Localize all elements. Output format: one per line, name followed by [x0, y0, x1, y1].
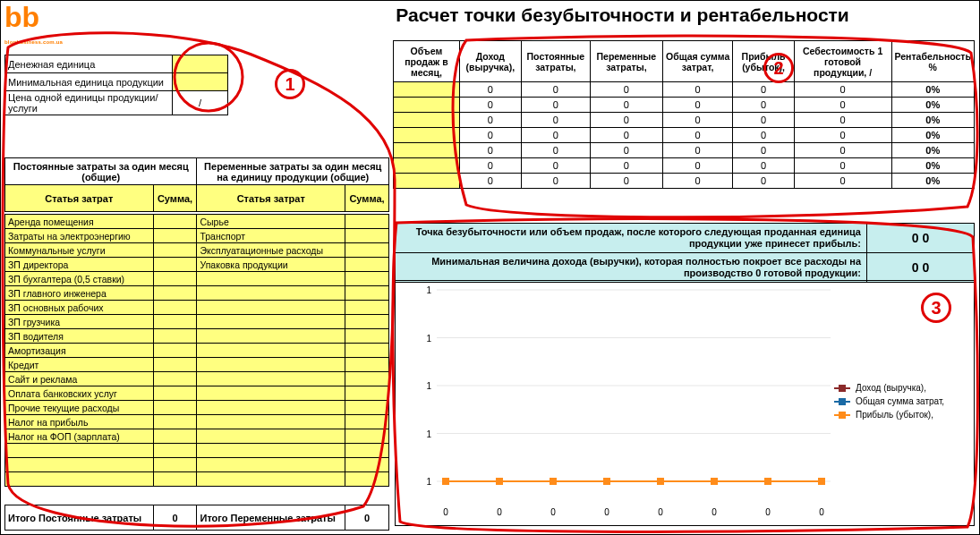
- fixed-cost-value[interactable]: [153, 229, 197, 243]
- variable-cost-label[interactable]: [197, 472, 345, 487]
- fixed-cost-value[interactable]: [153, 258, 197, 272]
- results-cell: 0: [794, 174, 891, 189]
- fixed-cost-value[interactable]: [153, 372, 197, 386]
- fixed-cost-label[interactable]: Оплата банковских услуг: [5, 386, 154, 401]
- fixed-cost-label[interactable]: [5, 472, 154, 487]
- fixed-cost-value[interactable]: [153, 358, 197, 372]
- variable-cost-value[interactable]: [345, 272, 389, 286]
- results-row: 0000000%: [394, 158, 975, 174]
- variable-cost-value[interactable]: [345, 286, 389, 301]
- variable-cost-value[interactable]: [345, 344, 389, 358]
- variable-cost-value[interactable]: [345, 386, 389, 401]
- variable-cost-value[interactable]: [345, 258, 389, 272]
- variable-cost-label[interactable]: [197, 429, 345, 444]
- variable-cost-label[interactable]: [197, 301, 345, 315]
- fixed-cost-value[interactable]: [153, 415, 197, 429]
- param-input[interactable]: [173, 55, 228, 73]
- fixed-cost-value[interactable]: [153, 272, 197, 286]
- fixed-cost-label[interactable]: Амортизация: [5, 344, 154, 358]
- variable-cost-label[interactable]: Транспорт: [197, 229, 345, 243]
- results-cell[interactable]: [394, 113, 460, 128]
- results-cell[interactable]: [394, 158, 460, 174]
- chart-legend: Доход (выручка),Общая сумма затрат,Прибы…: [834, 379, 968, 423]
- fixed-cost-label[interactable]: [5, 444, 154, 458]
- variable-cost-label[interactable]: [197, 272, 345, 286]
- fixed-cost-value[interactable]: [153, 315, 197, 329]
- variable-cost-label[interactable]: Сырье: [197, 215, 345, 229]
- variable-cost-value[interactable]: [345, 415, 389, 429]
- fixed-cost-value[interactable]: [153, 472, 197, 487]
- fixed-cost-label[interactable]: [5, 458, 154, 472]
- logo: bb blogbusiness.com.ua: [4, 4, 63, 55]
- variable-cost-value[interactable]: [345, 329, 389, 344]
- fixed-cost-value[interactable]: [153, 215, 197, 229]
- variable-cost-value[interactable]: [345, 458, 389, 472]
- legend-item: Доход (выручка),: [834, 383, 968, 393]
- cost-row: Аренда помещенияСырье: [5, 215, 389, 229]
- fixed-cost-value[interactable]: [153, 301, 197, 315]
- variable-cost-label[interactable]: [197, 458, 345, 472]
- fixed-cost-value[interactable]: [153, 401, 197, 415]
- variable-cost-label[interactable]: [197, 386, 345, 401]
- results-cell[interactable]: [394, 143, 460, 158]
- fixed-cost-label[interactable]: Налог на ФОП (зарплата): [5, 429, 154, 444]
- fixed-cost-label[interactable]: Прочие текущие расходы: [5, 401, 154, 415]
- fixed-cost-value[interactable]: [153, 429, 197, 444]
- variable-cost-label[interactable]: [197, 315, 345, 329]
- fixed-cost-label[interactable]: ЗП водителя: [5, 329, 154, 344]
- variable-cost-label[interactable]: [197, 415, 345, 429]
- variable-cost-label[interactable]: [197, 444, 345, 458]
- results-cell[interactable]: [394, 82, 460, 98]
- variable-cost-value[interactable]: [345, 358, 389, 372]
- fixed-cost-label[interactable]: ЗП главного инженера: [5, 286, 154, 301]
- variable-cost-value[interactable]: [345, 444, 389, 458]
- results-cell: 0: [521, 174, 590, 189]
- variable-cost-value[interactable]: [345, 372, 389, 386]
- fixed-cost-label[interactable]: ЗП основных рабочих: [5, 301, 154, 315]
- fixed-cost-value[interactable]: [153, 243, 197, 258]
- variable-cost-value[interactable]: [345, 315, 389, 329]
- variable-cost-label[interactable]: [197, 401, 345, 415]
- results-cell: 0: [662, 174, 733, 189]
- legend-item: Общая сумма затрат,: [834, 396, 968, 406]
- xtick: 0: [765, 507, 771, 517]
- fixed-cost-value[interactable]: [153, 458, 197, 472]
- variable-cost-value[interactable]: [345, 401, 389, 415]
- fixed-cost-label[interactable]: Аренда помещения: [5, 215, 154, 229]
- variable-cost-value[interactable]: [345, 243, 389, 258]
- variable-cost-value[interactable]: [345, 229, 389, 243]
- variable-cost-value[interactable]: [345, 301, 389, 315]
- fixed-cost-value[interactable]: [153, 286, 197, 301]
- results-header: Прибыль (убыток),: [733, 41, 794, 82]
- variable-cost-label[interactable]: Упаковка продукции: [197, 258, 345, 272]
- fixed-cost-label[interactable]: Сайт и реклама: [5, 372, 154, 386]
- fixed-cost-label[interactable]: Затраты на электроэнергию: [5, 229, 154, 243]
- variable-cost-label[interactable]: [197, 344, 345, 358]
- fixed-cost-label[interactable]: ЗП бухгалтера (0,5 ставки): [5, 272, 154, 286]
- variable-cost-label[interactable]: [197, 286, 345, 301]
- fixed-cost-label[interactable]: ЗП грузчика: [5, 315, 154, 329]
- fixed-cost-value[interactable]: [153, 344, 197, 358]
- fixed-cost-label[interactable]: Налог на прибыль: [5, 415, 154, 429]
- fixed-cost-value[interactable]: [153, 444, 197, 458]
- variable-cost-label[interactable]: [197, 358, 345, 372]
- variable-cost-value[interactable]: [345, 215, 389, 229]
- results-cell[interactable]: [394, 174, 460, 189]
- fixed-cost-label[interactable]: Кредит: [5, 358, 154, 372]
- cost-row: ЗП водителя: [5, 329, 389, 344]
- param-input[interactable]: [173, 73, 228, 91]
- results-cell: 0: [590, 174, 662, 189]
- variable-cost-value[interactable]: [345, 429, 389, 444]
- fixed-cost-value[interactable]: [153, 386, 197, 401]
- variable-cost-label[interactable]: [197, 372, 345, 386]
- variable-cost-label[interactable]: Эксплуатационные расходы: [197, 243, 345, 258]
- param-row: Цена одной единицы продукции/услуги /: [5, 91, 228, 115]
- svg-rect-23: [550, 478, 557, 485]
- fixed-cost-label[interactable]: Коммунальные услуги: [5, 243, 154, 258]
- variable-cost-label[interactable]: [197, 329, 345, 344]
- fixed-cost-value[interactable]: [153, 329, 197, 344]
- variable-cost-value[interactable]: [345, 472, 389, 487]
- results-cell[interactable]: [394, 98, 460, 113]
- fixed-cost-label[interactable]: ЗП директора: [5, 258, 154, 272]
- results-cell[interactable]: [394, 128, 460, 143]
